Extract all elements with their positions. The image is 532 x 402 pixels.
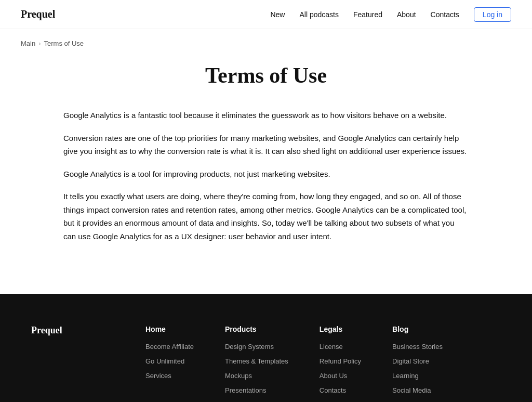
- list-item: Business Stories: [392, 342, 443, 351]
- footer-link-presentations[interactable]: Presentations: [225, 386, 267, 394]
- footer-link-design-systems[interactable]: Design Systems: [225, 343, 274, 351]
- list-item: Learning: [392, 371, 443, 380]
- footer-heading-blog: Blog: [392, 325, 443, 333]
- breadcrumb-main[interactable]: Main: [21, 40, 35, 47]
- footer-link-digital-store[interactable]: Digital Store: [392, 357, 429, 365]
- footer-col-legals: Legals License Refund Policy About Us Co…: [320, 325, 361, 402]
- list-item: Services: [145, 371, 194, 380]
- footer-link-learning[interactable]: Learning: [392, 372, 419, 380]
- list-item: Refund Policy: [320, 356, 361, 366]
- footer-link-business-stories[interactable]: Business Stories: [392, 343, 443, 351]
- list-item: Presentations: [225, 385, 288, 395]
- footer-list-home: Become Affiliate Go Unlimited Services: [145, 342, 194, 380]
- breadcrumb: Main › Terms of Use: [0, 29, 532, 53]
- footer-brand: Prequel: [31, 325, 114, 402]
- footer-link-mockups[interactable]: Mockups: [225, 372, 252, 380]
- footer-columns: Home Become Affiliate Go Unlimited Servi…: [145, 325, 501, 402]
- paragraph-3: Google Analytics is a tool for improving…: [63, 167, 469, 181]
- footer-heading-home: Home: [145, 325, 194, 333]
- footer-heading-legals: Legals: [320, 325, 361, 333]
- content-body: Google Analytics is a fantastic tool bec…: [63, 109, 469, 243]
- list-item: Digital Store: [392, 356, 443, 366]
- list-item: Social Media: [392, 385, 443, 395]
- footer-link-become-affiliate[interactable]: Become Affiliate: [145, 343, 194, 351]
- main-nav: New All podcasts Featured About Contacts…: [270, 7, 511, 22]
- footer-link-go-unlimited[interactable]: Go Unlimited: [145, 357, 184, 365]
- footer-top: Prequel Home Become Affiliate Go Unlimit…: [31, 325, 501, 402]
- nav-about[interactable]: About: [397, 10, 416, 19]
- list-item: Design Systems: [225, 342, 288, 351]
- site-header: Prequel New All podcasts Featured About …: [0, 0, 532, 29]
- footer-link-contacts[interactable]: Contacts: [320, 386, 346, 394]
- list-item: About Us: [320, 371, 361, 380]
- paragraph-1: Google Analytics is a fantastic tool bec…: [63, 109, 469, 122]
- breadcrumb-separator: ›: [38, 40, 41, 47]
- list-item: Themes & Templates: [225, 356, 288, 366]
- footer-list-legals: License Refund Policy About Us Contacts: [320, 342, 361, 395]
- site-logo: Prequel: [21, 8, 55, 20]
- list-item: Wireframes Kits: [225, 400, 288, 402]
- footer-link-themes-templates[interactable]: Themes & Templates: [225, 357, 288, 365]
- list-item: Contacts: [320, 385, 361, 395]
- list-item: Go Unlimited: [145, 356, 194, 366]
- footer-col-products: Products Design Systems Themes & Templat…: [225, 325, 288, 402]
- footer-logo: Prequel: [31, 325, 114, 336]
- login-button[interactable]: Log in: [474, 7, 511, 22]
- nav-featured[interactable]: Featured: [353, 10, 382, 19]
- paragraph-2: Conversion rates are one of the top prio…: [63, 132, 469, 158]
- site-footer: Prequel Home Become Affiliate Go Unlimit…: [0, 294, 532, 402]
- list-item: Become Affiliate: [145, 342, 194, 351]
- nav-contacts[interactable]: Contacts: [431, 10, 459, 19]
- paragraph-4: It tells you exactly what users are doin…: [63, 190, 469, 243]
- list-item: Mockups: [225, 371, 288, 380]
- footer-link-license[interactable]: License: [320, 343, 343, 351]
- footer-list-products: Design Systems Themes & Templates Mockup…: [225, 342, 288, 402]
- nav-new[interactable]: New: [270, 10, 285, 19]
- footer-col-home: Home Become Affiliate Go Unlimited Servi…: [145, 325, 194, 402]
- footer-link-about-us[interactable]: About Us: [320, 372, 347, 380]
- footer-list-blog: Business Stories Digital Store Learning …: [392, 342, 443, 395]
- footer-link-services[interactable]: Services: [145, 372, 171, 380]
- list-item: License: [320, 342, 361, 351]
- footer-link-social-media[interactable]: Social Media: [392, 386, 431, 394]
- main-content: Terms of Use Google Analytics is a fanta…: [43, 53, 489, 294]
- footer-link-refund-policy[interactable]: Refund Policy: [320, 357, 361, 365]
- page-title: Terms of Use: [63, 63, 469, 88]
- footer-col-blog: Blog Business Stories Digital Store Lear…: [392, 325, 443, 402]
- footer-heading-products: Products: [225, 325, 288, 333]
- nav-all-podcasts[interactable]: All podcasts: [299, 10, 338, 19]
- breadcrumb-current: Terms of Use: [44, 40, 84, 47]
